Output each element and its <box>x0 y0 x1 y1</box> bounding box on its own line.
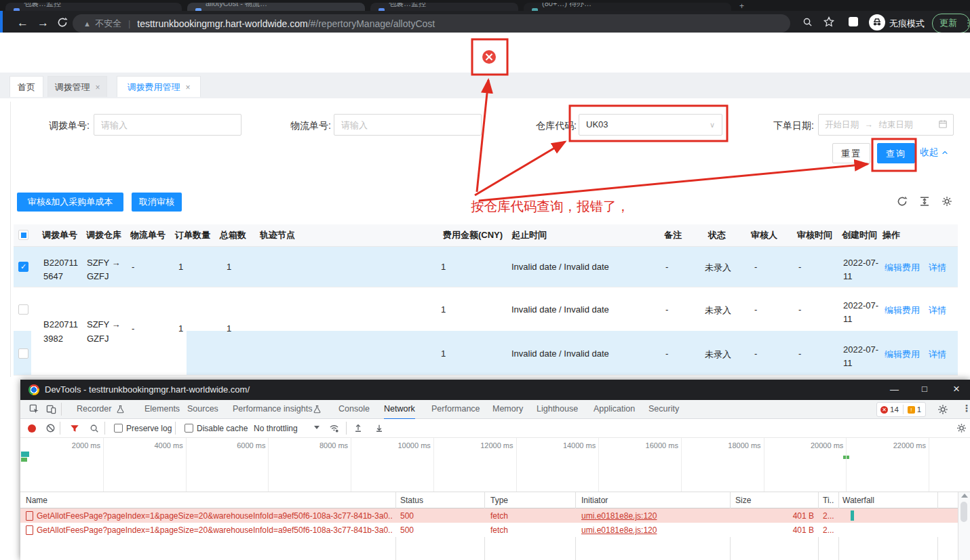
row-checkbox[interactable] <box>18 348 28 359</box>
logistics-no-input[interactable] <box>334 114 482 136</box>
tab-allot-cost-manage[interactable]: 调拨费用管理× <box>117 76 201 97</box>
row-checkbox[interactable]: ✓ <box>18 262 28 272</box>
table-settings-gear-icon[interactable] <box>942 196 952 207</box>
col-header[interactable]: 操作 <box>882 229 900 241</box>
chrome-update-button[interactable]: 更新 ⋮ <box>932 14 970 33</box>
col-type[interactable]: Type <box>490 496 508 505</box>
detail-link[interactable]: 详情 <box>929 262 946 274</box>
edit-fee-link[interactable]: 编辑费用 <box>885 348 920 361</box>
record-icon[interactable] <box>28 424 36 433</box>
network-conditions-wifi-icon[interactable] <box>329 423 339 433</box>
table-row[interactable]: ✓ B2207115647 SZFY →GZFJ - 1 1 1 Invalid… <box>14 247 958 287</box>
select-all-checkbox[interactable] <box>18 230 28 240</box>
row-checkbox[interactable] <box>18 304 28 315</box>
edit-fee-link[interactable]: 编辑费用 <box>885 304 920 317</box>
browser-tab[interactable]: 包裹…监控 <box>370 3 518 11</box>
scrollbar-thumb[interactable] <box>961 502 967 522</box>
order-date-range-picker[interactable]: 开始日期 → 结束日期 <box>818 114 954 136</box>
throttling-select[interactable]: No throttling <box>254 424 298 433</box>
col-size[interactable]: Size <box>735 496 751 505</box>
col-waterfall[interactable]: Waterfall <box>842 496 874 505</box>
maximize-icon[interactable]: □ <box>922 384 927 394</box>
col-header[interactable]: 创建时间 <box>842 229 877 241</box>
tab-performance[interactable]: Performance <box>431 400 480 418</box>
import-har-icon[interactable] <box>353 423 363 433</box>
minimize-icon[interactable]: — <box>890 384 899 395</box>
col-initiator[interactable]: Initiator <box>581 496 608 505</box>
allot-no-input[interactable] <box>94 114 241 136</box>
disable-cache-checkbox[interactable] <box>185 424 193 433</box>
reload-button[interactable] <box>57 17 68 28</box>
col-header[interactable]: 调拨单号 <box>42 229 77 241</box>
col-header[interactable]: 审核时间 <box>797 229 832 241</box>
collapse-toggle[interactable]: 收起 <box>920 146 949 159</box>
col-name[interactable]: Name <box>26 496 47 505</box>
query-button[interactable]: 查询 <box>877 143 915 163</box>
close-icon[interactable]: × <box>185 83 190 92</box>
browser-tab[interactable]: (80+…) 待办… <box>524 3 731 11</box>
edit-fee-link[interactable]: 编辑费用 <box>885 262 920 274</box>
devtools-menu-dots-icon[interactable]: ⋮ <box>962 403 970 414</box>
inspect-element-icon[interactable] <box>29 404 39 414</box>
export-har-icon[interactable] <box>374 423 384 433</box>
tab-performance-insights[interactable]: Performance insights <box>233 400 312 418</box>
browser-tab-active[interactable]: allotyCost - 物流… <box>187 3 365 11</box>
tab-network[interactable]: Network <box>384 400 415 420</box>
col-header[interactable]: 状态 <box>708 229 726 241</box>
row-height-icon[interactable] <box>919 196 930 207</box>
col-header[interactable]: 订单数量 <box>175 229 210 241</box>
side-panel-icon[interactable] <box>849 17 858 26</box>
address-bar[interactable]: ▲ 不安全 | testtrunkbookingmgr.hart-worldwi… <box>73 14 790 33</box>
warehouse-code-select[interactable]: UK03 ∨ <box>579 114 722 136</box>
tab-allot-manage[interactable]: 调拨管理× <box>47 76 107 97</box>
col-header[interactable]: 轨迹节点 <box>260 229 295 241</box>
request-initiator-link[interactable]: umi.e0181e8e.js:120 <box>581 525 657 535</box>
devtools-settings-gear-icon[interactable] <box>937 404 948 415</box>
clear-icon[interactable] <box>45 423 56 433</box>
tab-elements[interactable]: Elements <box>144 400 180 418</box>
request-initiator-link[interactable]: umi.e0181e8e.js:120 <box>581 511 657 521</box>
col-header[interactable]: 备注 <box>664 229 682 241</box>
network-request-row[interactable]: GetAllotFeesPage?pageIndex=1&pageSize=20… <box>20 508 958 523</box>
search-icon[interactable] <box>90 424 99 433</box>
network-settings-gear-icon[interactable] <box>956 423 967 433</box>
network-request-row[interactable]: GetAllotFeesPage?pageIndex=1&pageSize=20… <box>20 523 958 537</box>
col-time[interactable]: Ti.. <box>823 496 834 505</box>
cancel-audit-button[interactable]: 取消审核 <box>132 193 182 212</box>
col-header[interactable]: 物流单号 <box>130 229 166 241</box>
detail-link[interactable]: 详情 <box>929 348 946 361</box>
table-refresh-icon[interactable] <box>897 196 908 207</box>
col-header[interactable]: 审核人 <box>751 229 777 241</box>
table-row-group[interactable]: B2207113982 SZFY →GZFJ - 1 1 1 Invalid d… <box>14 287 958 376</box>
incognito-avatar[interactable] <box>869 14 885 31</box>
close-icon[interactable]: × <box>953 382 960 396</box>
new-tab-button[interactable]: + <box>739 1 744 11</box>
chrome-menu-dots-icon[interactable]: ⋮ <box>964 18 970 28</box>
tab-lighthouse[interactable]: Lighthouse <box>537 400 578 418</box>
col-status[interactable]: Status <box>400 496 423 505</box>
scroll-up-arrow-icon[interactable] <box>961 494 968 498</box>
close-icon[interactable]: × <box>95 83 100 92</box>
tab-memory[interactable]: Memory <box>492 400 523 418</box>
reset-button[interactable]: 重置 <box>832 143 870 163</box>
tab-console[interactable]: Console <box>338 400 370 418</box>
device-toolbar-icon[interactable] <box>46 404 56 414</box>
devtools-titlebar[interactable]: DevTools - testtrunkbookingmgr.hart-worl… <box>20 380 970 400</box>
col-header[interactable]: 总箱数 <box>220 229 246 241</box>
col-header[interactable]: 起止时间 <box>511 229 547 241</box>
tab-application[interactable]: Application <box>594 400 635 418</box>
col-header[interactable]: 费用金额(CNY) <box>443 229 503 241</box>
issues-badges[interactable]: ✕ 14 ! 1 <box>876 402 926 417</box>
col-header[interactable]: 调拨仓库 <box>86 229 121 241</box>
detail-link[interactable]: 详情 <box>929 304 946 317</box>
bookmark-star-icon[interactable] <box>823 16 834 27</box>
scrollbar[interactable] <box>958 492 970 560</box>
tab-sources[interactable]: Sources <box>187 400 218 418</box>
browser-tab[interactable]: 包裹…监控 <box>5 3 182 11</box>
audit-add-cost-button[interactable]: 审核&加入采购单成本 <box>17 193 123 212</box>
back-button[interactable]: ← <box>17 15 28 31</box>
filter-funnel-icon[interactable] <box>70 424 79 433</box>
network-timeline[interactable]: 2000 ms4000 ms6000 ms8000 ms10000 ms1200… <box>20 438 970 492</box>
tab-home[interactable]: 首页 <box>9 76 43 97</box>
tab-security[interactable]: Security <box>648 400 679 418</box>
